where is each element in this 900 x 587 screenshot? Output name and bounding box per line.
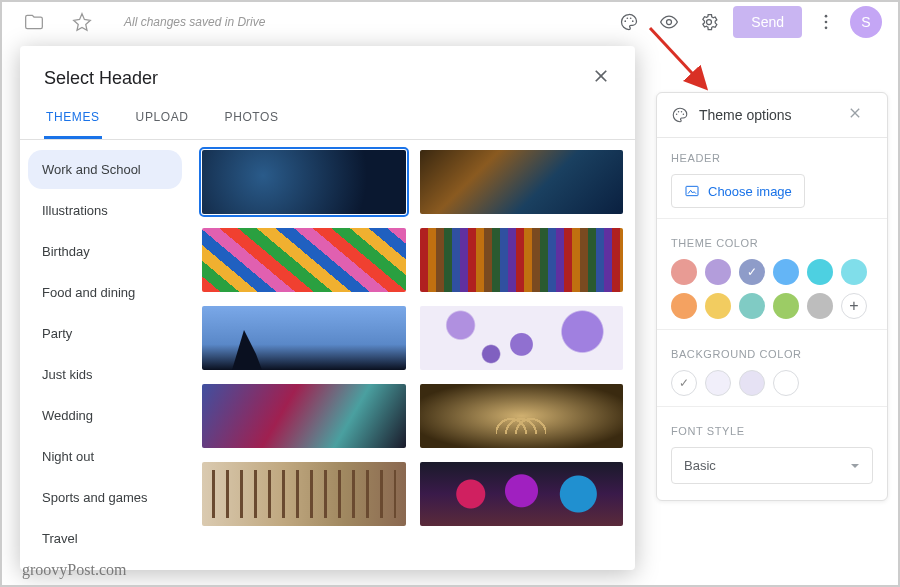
palette-icon[interactable] (613, 6, 645, 38)
header-thumbnail[interactable] (420, 150, 624, 214)
theme-options-panel: Theme options HEADER Choose image THEME … (656, 92, 888, 501)
bg-color-swatch[interactable] (671, 370, 697, 396)
header-thumbnail[interactable] (420, 384, 624, 448)
folder-icon[interactable] (18, 6, 50, 38)
svg-point-11 (681, 111, 683, 113)
header-thumbnail[interactable] (420, 228, 624, 292)
settings-icon[interactable] (693, 6, 725, 38)
svg-point-4 (667, 19, 672, 24)
category-item[interactable]: Illustrations (28, 191, 182, 230)
select-header-modal: Select Header THEMES UPLOAD PHOTOS Work … (20, 46, 635, 570)
theme-color-swatch[interactable] (807, 293, 833, 319)
panel-title: Theme options (699, 107, 792, 123)
svg-point-5 (707, 19, 712, 24)
preview-icon[interactable] (653, 6, 685, 38)
svg-point-8 (825, 26, 828, 29)
send-button[interactable]: Send (733, 6, 802, 38)
theme-color-swatch[interactable] (773, 293, 799, 319)
svg-point-6 (825, 14, 828, 17)
choose-image-label: Choose image (708, 184, 792, 199)
category-item[interactable]: Food and dining (28, 273, 182, 312)
add-color-button[interactable]: + (841, 293, 867, 319)
theme-color-swatch[interactable] (705, 293, 731, 319)
save-status: All changes saved in Drive (124, 15, 265, 29)
category-item[interactable]: Travel (28, 519, 182, 558)
bg-color-swatch[interactable] (739, 370, 765, 396)
header-thumbnail[interactable] (202, 384, 406, 448)
modal-tabs: THEMES UPLOAD PHOTOS (20, 98, 635, 140)
font-style-value: Basic (684, 458, 716, 473)
watermark: groovyPost.com (22, 561, 126, 579)
theme-color-swatch[interactable] (705, 259, 731, 285)
category-item[interactable]: Work and School (28, 150, 182, 189)
category-item[interactable]: Wedding (28, 396, 182, 435)
tab-upload[interactable]: UPLOAD (134, 98, 191, 139)
svg-point-10 (678, 111, 680, 113)
category-item[interactable]: Just kids (28, 355, 182, 394)
section-label-header: HEADER (671, 152, 873, 164)
star-icon[interactable] (66, 6, 98, 38)
category-item[interactable]: Night out (28, 437, 182, 476)
more-icon[interactable] (810, 6, 842, 38)
theme-color-swatch[interactable] (739, 293, 765, 319)
panel-close-button[interactable] (847, 105, 873, 125)
avatar[interactable]: S (850, 6, 882, 38)
section-label-theme-color: THEME COLOR (671, 237, 873, 249)
image-icon (684, 183, 700, 199)
section-label-font: FONT STYLE (671, 425, 873, 437)
header-thumbnail[interactable] (420, 306, 624, 370)
theme-color-swatch[interactable] (773, 259, 799, 285)
category-item[interactable]: Party (28, 314, 182, 353)
category-list: Work and School Illustrations Birthday F… (20, 140, 190, 570)
category-item[interactable]: Birthday (28, 232, 182, 271)
theme-color-swatch[interactable] (671, 293, 697, 319)
tab-photos[interactable]: PHOTOS (223, 98, 281, 139)
svg-point-0 (625, 20, 627, 22)
svg-point-12 (683, 114, 685, 116)
header-thumbnail[interactable] (202, 462, 406, 526)
bg-color-swatch[interactable] (773, 370, 799, 396)
theme-color-swatches: + (671, 259, 873, 319)
section-label-bg-color: BACKGROUND COLOR (671, 348, 873, 360)
theme-color-swatch[interactable] (739, 259, 765, 285)
header-thumbnail[interactable] (202, 228, 406, 292)
font-style-select[interactable]: Basic (671, 447, 873, 484)
svg-point-9 (676, 114, 678, 116)
bg-color-swatch[interactable] (705, 370, 731, 396)
modal-close-button[interactable] (591, 66, 611, 90)
choose-image-button[interactable]: Choose image (671, 174, 805, 208)
theme-color-swatch[interactable] (671, 259, 697, 285)
bg-color-swatches (671, 370, 873, 396)
svg-rect-13 (686, 186, 698, 195)
tab-themes[interactable]: THEMES (44, 98, 102, 139)
modal-title: Select Header (44, 68, 158, 89)
theme-color-swatch[interactable] (841, 259, 867, 285)
header-thumbnail[interactable] (420, 462, 624, 526)
chevron-down-icon (850, 461, 860, 471)
header-thumbnail[interactable] (202, 306, 406, 370)
palette-icon (671, 106, 689, 124)
category-item[interactable]: Sports and games (28, 478, 182, 517)
header-thumbnail[interactable] (202, 150, 406, 214)
svg-point-1 (627, 17, 629, 19)
svg-point-7 (825, 20, 828, 23)
svg-point-2 (630, 17, 632, 19)
theme-color-swatch[interactable] (807, 259, 833, 285)
thumbnail-grid (190, 140, 635, 570)
svg-point-3 (632, 20, 634, 22)
